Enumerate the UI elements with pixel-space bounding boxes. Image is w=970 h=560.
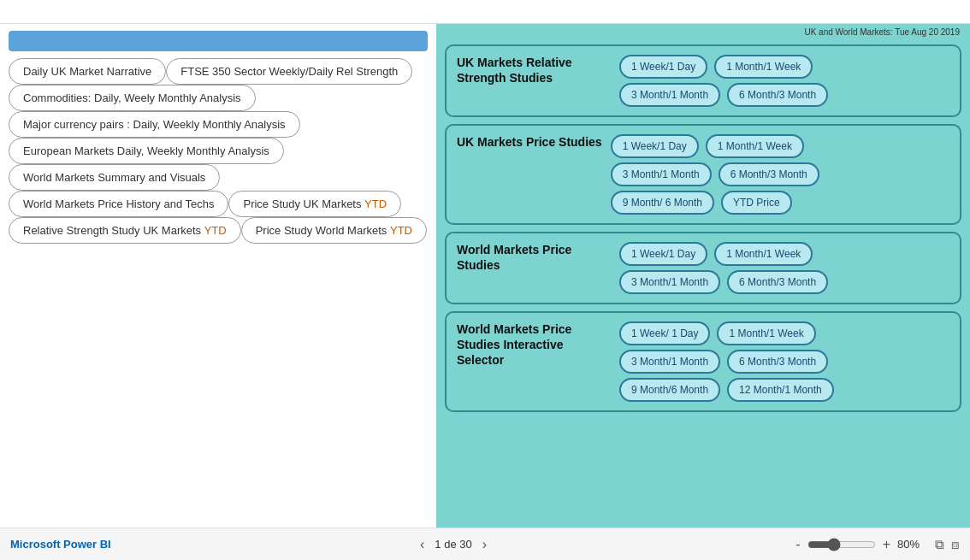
nav-button-price-study-world-ytd[interactable]: Price Study World Markets YTD [241,217,427,244]
zoom-level-label: 80% [897,538,928,551]
period-button-world-price-studies-0-1[interactable]: 1 Month/1 Week [714,242,813,266]
buttons-grid-world-interactive: 1 Week/ 1 Day1 Month/1 Week3 Month/1 Mon… [619,321,949,402]
period-button-uk-price-studies-0-1[interactable]: 1 Month/1 Week [706,134,804,158]
section-title-world-interactive: World Markets Price Studies Interactive … [457,321,611,368]
buttons-row-world-price-studies-0: 1 Week/1 Day1 Month/1 Week [619,242,949,266]
bottom-toolbar: Microsoft Power BI ‹ 1 de 30 › - + 80% ⧉… [0,528,970,560]
period-button-uk-relative-strength-1-0[interactable]: 3 Month/1 Month [619,83,720,107]
buttons-row-world-interactive-0: 1 Week/ 1 Day1 Month/1 Week [619,321,949,345]
period-button-world-price-studies-1-0[interactable]: 3 Month/1 Month [619,270,720,294]
buttons-row-uk-price-studies-0: 1 Week/1 Day1 Month/1 Week [611,134,949,158]
next-page-button[interactable]: › [479,537,490,552]
left-header-bar [9,31,428,51]
main-content: Daily UK Market NarrativeFTSE 350 Sector… [0,24,970,528]
period-button-world-interactive-0-0[interactable]: 1 Week/ 1 Day [619,321,710,345]
section-uk-price-studies: UK Markets Price Studies1 Week/1 Day1 Mo… [445,124,961,225]
period-button-uk-price-studies-2-1[interactable]: YTD Price [721,191,792,215]
zoom-plus-button[interactable]: + [883,537,890,552]
period-button-world-interactive-0-1[interactable]: 1 Month/1 Week [717,321,815,345]
pagination-area: ‹ 1 de 30 › [417,537,490,552]
section-title-uk-price-studies: UK Markets Price Studies [457,134,602,150]
buttons-row-world-interactive-1: 3 Month/1 Month6 Month/3 Month [619,350,949,374]
nav-buttons-container: Daily UK Market NarrativeFTSE 350 Sector… [9,58,428,244]
fullscreen-icon-button[interactable]: ⧈ [951,537,960,552]
section-world-interactive: World Markets Price Studies Interactive … [445,311,961,412]
period-button-world-price-studies-1-1[interactable]: 6 Month/3 Month [727,270,828,294]
nav-button-relative-strength-uk-ytd[interactable]: Relative Strength Study UK Markets YTD [9,217,241,244]
period-button-world-price-studies-0-0[interactable]: 1 Week/1 Day [619,242,707,266]
buttons-row-uk-relative-strength-0: 1 Week/1 Day1 Month/1 Week [619,55,949,79]
buttons-row-world-interactive-2: 9 Month/6 Month12 Month/1 Month [619,378,949,402]
period-button-uk-relative-strength-0-1[interactable]: 1 Month/1 Week [714,55,813,79]
left-panel: Daily UK Market NarrativeFTSE 350 Sector… [0,24,436,528]
period-button-world-interactive-1-1[interactable]: 6 Month/3 Month [727,350,828,374]
prev-page-button[interactable]: ‹ [417,537,428,552]
zoom-minus-button[interactable]: - [796,537,800,552]
right-panel: UK and World Markets: Tue Aug 20 2019 UK… [436,24,970,528]
buttons-grid-uk-relative-strength: 1 Week/1 Day1 Month/1 Week3 Month/1 Mont… [619,55,949,107]
section-title-uk-relative-strength: UK Markets Relative Strength Studies [457,55,611,85]
powerbi-link[interactable]: Microsoft Power BI [10,538,111,551]
buttons-grid-world-price-studies: 1 Week/1 Day1 Month/1 Week3 Month/1 Mont… [619,242,949,294]
expand-icon-button[interactable]: ⧉ [935,537,944,552]
buttons-row-uk-price-studies-2: 9 Month/ 6 MonthYTD Price [611,191,949,215]
nav-button-world-markets-summary[interactable]: World Markets Summary and Visuals [9,164,220,191]
nav-button-ftse-350[interactable]: FTSE 350 Sector Weekly/Daily Rel Strengt… [166,58,412,85]
buttons-grid-uk-price-studies: 1 Week/1 Day1 Month/1 Week3 Month/1 Mont… [611,134,949,215]
top-bar [0,0,970,24]
period-button-uk-relative-strength-0-0[interactable]: 1 Week/1 Day [619,55,707,79]
page-indicator: 1 de 30 [435,538,471,551]
sections-container: UK Markets Relative Strength Studies1 We… [445,44,961,412]
period-button-uk-price-studies-0-0[interactable]: 1 Week/1 Day [611,134,699,158]
period-button-uk-price-studies-1-1[interactable]: 6 Month/3 Month [719,162,819,186]
nav-button-european-markets[interactable]: European Markets Daily, Weekly Monthly A… [9,138,284,164]
period-button-uk-price-studies-2-0[interactable]: 9 Month/ 6 Month [611,191,714,215]
section-title-world-price-studies: World Markets Price Studies [457,242,611,273]
zoom-area: - + 80% ⧉ ⧈ [796,537,960,552]
date-label: UK and World Markets: Tue Aug 20 2019 [804,27,960,37]
nav-button-daily-uk-market-narrative[interactable]: Daily UK Market Narrative [9,58,166,85]
period-button-uk-relative-strength-1-1[interactable]: 6 Month/3 Month [727,83,828,107]
nav-button-price-study-uk-ytd[interactable]: Price Study UK Markets YTD [228,191,401,217]
buttons-row-uk-price-studies-1: 3 Month/1 Month6 Month/3 Month [611,162,949,186]
period-button-uk-price-studies-1-0[interactable]: 3 Month/1 Month [611,162,712,186]
nav-button-world-markets-price-history[interactable]: World Markets Price History and Techs [9,191,228,217]
period-button-world-interactive-2-1[interactable]: 12 Month/1 Month [727,378,834,402]
buttons-row-world-price-studies-1: 3 Month/1 Month6 Month/3 Month [619,270,949,294]
section-uk-relative-strength: UK Markets Relative Strength Studies1 We… [445,44,961,117]
buttons-row-uk-relative-strength-1: 3 Month/1 Month6 Month/3 Month [619,83,949,107]
period-button-world-interactive-1-0[interactable]: 3 Month/1 Month [619,350,720,374]
section-world-price-studies: World Markets Price Studies1 Week/1 Day1… [445,232,961,304]
nav-button-major-currency[interactable]: Major currency pairs : Daily, Weekly Mon… [9,111,300,138]
nav-button-commodities[interactable]: Commodities: Daily, Weely Monthly Analys… [9,85,256,111]
zoom-slider[interactable] [807,538,876,551]
period-button-world-interactive-2-0[interactable]: 9 Month/6 Month [619,378,720,402]
